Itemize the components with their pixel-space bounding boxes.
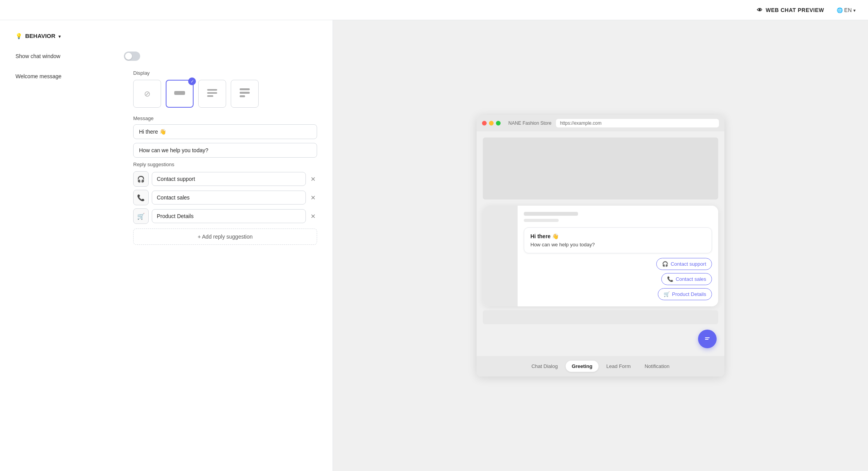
reply-suggestion-row-1: 🎧 ✕ — [133, 171, 317, 187]
behavior-label: BEHAVIOR — [25, 33, 55, 39]
message-label: Message — [133, 115, 317, 121]
chat-avatar-area — [483, 206, 518, 306]
suggestion-pills: 🎧 Contact support 📞 Contact sales 🛒 Prod… — [524, 258, 712, 300]
lang-label: EN — [844, 7, 852, 13]
chat-sub-text: How can we help you today? — [530, 242, 705, 248]
suggestion-label-1: Contact support — [671, 261, 706, 267]
chat-info-area: Hi there 👋 How can we help you today? 🎧 … — [518, 206, 718, 306]
chat-fab-button[interactable] — [698, 330, 717, 348]
browser-bar: NANE Fashion Store https://example.com — [477, 115, 724, 131]
dot-red — [482, 121, 487, 125]
welcome-message-section: Welcome message Display ✓ — [15, 70, 317, 245]
display-label: Display — [133, 70, 317, 76]
browser-url-bar: https://example.com — [556, 119, 719, 127]
browser-window: NANE Fashion Store https://example.com H… — [477, 115, 724, 376]
tab-notification[interactable]: Notification — [638, 361, 676, 372]
browser-content: Hi there 👋 How can we help you today? 🎧 … — [477, 131, 724, 356]
welcome-message-label: Welcome message — [15, 70, 124, 245]
agent-sub-skeleton — [524, 219, 559, 222]
browser-site-title: NANE Fashion Store — [508, 120, 551, 126]
reply-delete-2[interactable]: ✕ — [309, 193, 317, 203]
suggestion-icon-3: 🛒 — [664, 291, 670, 297]
display-option-card2[interactable] — [231, 80, 259, 108]
preview-tabs: Chat Dialog Greeting Lead Form Notificat… — [477, 356, 724, 376]
preview-title: WEB CHAT PREVIEW — [766, 7, 824, 13]
chevron-down-icon — [853, 7, 856, 13]
svg-rect-2 — [207, 92, 217, 94]
bulb-icon — [15, 33, 22, 39]
card2-icon — [239, 88, 250, 100]
display-option-card1[interactable] — [198, 80, 226, 108]
suggestion-icon-2: 📞 — [667, 276, 673, 282]
browser-dots — [482, 121, 501, 125]
tab-lead-form[interactable]: Lead Form — [600, 361, 637, 372]
add-reply-button[interactable]: + Add reply suggestion — [133, 229, 317, 245]
suggestion-label-3: Product Details — [672, 291, 706, 297]
main-layout: BEHAVIOR Show chat window Welcome messag… — [0, 20, 868, 471]
display-option-none[interactable] — [133, 80, 161, 108]
ban-icon — [144, 89, 151, 98]
svg-rect-0 — [174, 91, 185, 95]
display-option-banner[interactable]: ✓ — [166, 80, 194, 108]
preview-label: WEB CHAT PREVIEW — [757, 7, 824, 13]
suggestion-pill-1[interactable]: 🎧 Contact support — [656, 258, 712, 270]
show-chat-window-row: Show chat window — [15, 52, 317, 61]
card1-icon — [206, 88, 218, 99]
suggestion-pill-2[interactable]: 📞 Contact sales — [661, 273, 712, 285]
globe-icon — [837, 7, 843, 13]
svg-rect-5 — [240, 92, 250, 94]
language-selector[interactable]: EN — [837, 7, 856, 13]
suggestion-icon-1: 🎧 — [662, 261, 668, 267]
eye-icon — [757, 7, 763, 13]
svg-rect-6 — [240, 95, 245, 97]
message-input-1[interactable] — [133, 124, 317, 139]
display-options: ✓ — [133, 80, 317, 108]
skeleton-top — [483, 138, 718, 199]
behavior-chevron-icon — [58, 33, 61, 39]
agent-name-skeleton — [524, 212, 578, 216]
reply-input-3[interactable] — [152, 209, 306, 223]
chat-bubble: Hi there 👋 How can we help you today? — [524, 227, 712, 253]
show-chat-toggle[interactable] — [124, 52, 140, 61]
suggestion-pill-3[interactable]: 🛒 Product Details — [658, 288, 712, 300]
suggestion-label-2: Contact sales — [676, 276, 706, 282]
skeleton-row-1 — [483, 310, 718, 324]
chat-preview-card: Hi there 👋 How can we help you today? 🎧 … — [483, 206, 718, 306]
tab-greeting[interactable]: Greeting — [566, 361, 599, 372]
dot-yellow — [489, 121, 494, 125]
dot-green — [496, 121, 501, 125]
show-chat-window-label: Show chat window — [15, 53, 124, 59]
reply-icon-2[interactable]: 📞 — [133, 190, 149, 205]
reply-suggestions-label: Reply suggestions — [133, 162, 317, 167]
reply-suggestion-row-2: 📞 ✕ — [133, 190, 317, 205]
svg-rect-1 — [207, 89, 217, 91]
reply-icon-3[interactable]: 🛒 — [133, 208, 149, 224]
banner-icon — [173, 89, 186, 99]
top-bar: WEB CHAT PREVIEW EN — [0, 0, 868, 20]
reply-suggestion-row-3: 🛒 ✕ — [133, 208, 317, 224]
svg-rect-3 — [207, 95, 213, 97]
behavior-header[interactable]: BEHAVIOR — [15, 33, 317, 39]
reply-delete-3[interactable]: ✕ — [309, 211, 317, 222]
right-panel: NANE Fashion Store https://example.com H… — [333, 20, 868, 471]
tab-chat-dialog[interactable]: Chat Dialog — [525, 361, 564, 372]
chat-hi-text: Hi there 👋 — [530, 233, 705, 239]
reply-delete-1[interactable]: ✕ — [309, 174, 317, 184]
welcome-content: Display ✓ — [133, 70, 317, 245]
left-panel: BEHAVIOR Show chat window Welcome messag… — [0, 20, 333, 471]
svg-rect-4 — [240, 88, 250, 90]
message-input-2[interactable] — [133, 143, 317, 158]
reply-input-1[interactable] — [152, 172, 306, 186]
reply-input-2[interactable] — [152, 191, 306, 205]
selected-check: ✓ — [188, 77, 196, 85]
reply-icon-1[interactable]: 🎧 — [133, 171, 149, 187]
